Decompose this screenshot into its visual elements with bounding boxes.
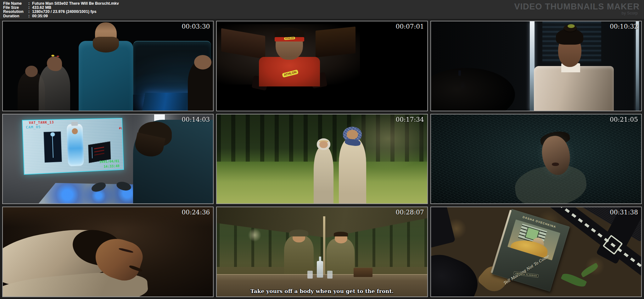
timestamp: 00:10:32 — [610, 23, 638, 30]
colon: : — [28, 10, 32, 14]
soldier-left-cap — [289, 230, 308, 236]
scene-sci-fi-lab — [3, 21, 213, 111]
playback-text: PLAYBACK — [119, 126, 124, 130]
timestamp: 00:03:30 — [182, 23, 210, 30]
scene-man-in-bed — [3, 207, 213, 296]
holo-screen: VAT_TANK_13 CAM_05 ► PLAYBACK 3491/04/01… — [22, 118, 124, 175]
foreground-shoulder — [431, 68, 515, 111]
drinking-glass — [327, 271, 333, 279]
resolution-value: 1280x720 / 23.976 (24000/1001) fps — [32, 10, 96, 14]
subtitle-text: Take yours off a body when you get to th… — [217, 288, 427, 294]
hair-ornament — [568, 24, 575, 28]
colon: : — [28, 14, 32, 18]
thumbnail-cell-5: 00:17:34 — [216, 114, 428, 204]
metadata-header: File Name:Future Man S03e02 There Will B… — [0, 0, 644, 19]
black-boot — [431, 247, 485, 296]
green-leaf — [580, 263, 599, 278]
wooden-bench — [316, 26, 356, 57]
timestamp: 00:21:05 — [610, 116, 638, 123]
thumbnail-cell-2: ATHLON ATHLON 00:07:01 — [216, 21, 428, 111]
screen-time: 14:33:48 — [104, 164, 120, 169]
timestamp: 00:24:36 — [182, 208, 210, 216]
book-title: Tell Morning Not To Come — [494, 248, 558, 291]
foreground-figure — [188, 61, 213, 111]
resolution-label: Resolution — [3, 10, 28, 14]
screen-title-text: VAT_TANK_13 — [29, 120, 54, 125]
app-logo-title: VIDEO THUMBNAILS MAKER — [514, 2, 640, 11]
bottle — [317, 261, 323, 278]
wooden-box — [354, 268, 372, 277]
screen-date: 3491/04/01 — [99, 159, 120, 164]
timestamp: 00:14:03 — [182, 116, 210, 123]
book-page-edge — [490, 210, 512, 273]
thumbnail-cell-4: VAT_TANK_13 CAM_05 ► PLAYBACK 3491/04/01… — [2, 114, 214, 204]
scene-dungeon-red-shirt: ATHLON ATHLON — [217, 21, 427, 111]
skeleton-xray-panel — [44, 131, 62, 163]
thumbnail-grid: 00:03:30 ATHLON ATHLON 00:07:01 — [0, 19, 644, 299]
app-logo: VIDEO THUMBNAILS MAKER by Scorp — [514, 2, 640, 15]
liquid-tank — [67, 124, 84, 166]
app-logo-byline: by Scorp — [514, 11, 640, 15]
open-mouth — [552, 163, 559, 166]
man-face — [347, 130, 358, 139]
scene-hologram-screen: VAT_TANK_13 CAM_05 ► PLAYBACK 3491/04/01… — [3, 114, 213, 204]
timestamp: 00:17:34 — [396, 116, 424, 123]
background-figure — [39, 64, 70, 111]
thumbnail-cell-6: 00:21:05 — [430, 114, 642, 204]
bearded-man-back — [133, 120, 213, 204]
drinking-glass — [307, 271, 313, 279]
timestamp: 00:28:07 — [396, 208, 424, 216]
scene-man-in-hay — [431, 114, 641, 204]
light-strip — [636, 21, 639, 111]
scene-corridor-woman — [431, 21, 641, 111]
duration-value: 00:35:09 — [32, 14, 48, 18]
thumbnail-cell-8: Take yours off a body when you get to th… — [216, 207, 428, 297]
soldier-right-hair — [334, 232, 348, 236]
thumbnail-cell-7: 00:24:36 — [2, 207, 214, 297]
timestamp: 00:31:38 — [610, 208, 638, 216]
thumbnail-cell-1: 00:03:30 — [2, 21, 214, 111]
timestamp: 00:07:01 — [396, 23, 424, 30]
duration-label: Duration — [3, 14, 28, 18]
camera-label: CAM_05 — [26, 125, 41, 129]
scene-book-on-ground: DASHA OVECHKINA Tell Morning Not To Come… — [431, 207, 641, 296]
thumbnail-cell-3: 00:10:32 — [430, 21, 642, 111]
scene-soldiers-table: Take yours off a body when you get to th… — [217, 207, 427, 296]
thumbnail-cell-9: DASHA OVECHKINA Tell Morning Not To Come… — [430, 207, 642, 297]
woman-tunic — [314, 147, 333, 204]
man-tunic — [339, 138, 366, 203]
white-jacket — [534, 66, 614, 111]
tent-pole — [323, 216, 325, 279]
scene-forest-clearing — [217, 114, 427, 204]
dark-trouser-leg — [431, 207, 456, 248]
bearded-man-teal-suit — [79, 41, 133, 110]
